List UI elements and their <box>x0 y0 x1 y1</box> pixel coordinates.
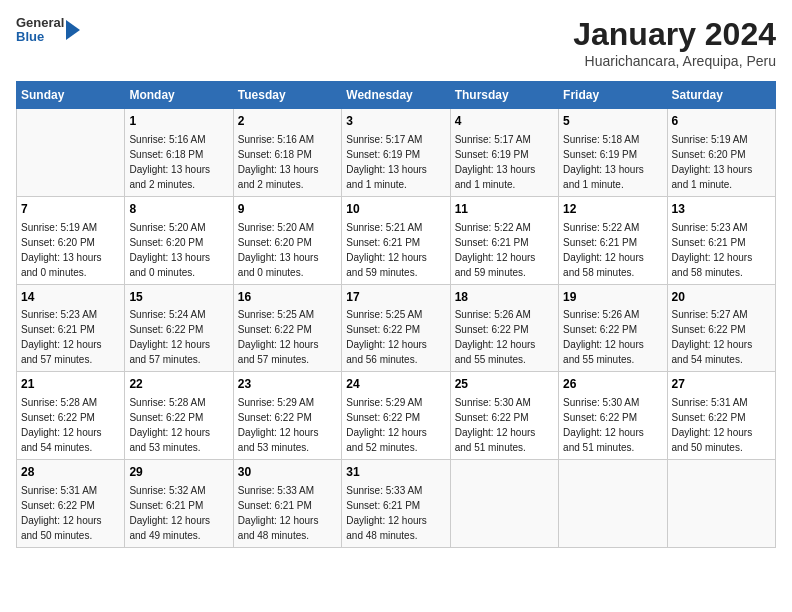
day-number: 24 <box>346 376 445 393</box>
header-monday: Monday <box>125 82 233 109</box>
day-number: 20 <box>672 289 771 306</box>
sunset-text: Sunset: 6:21 PM <box>563 237 637 248</box>
day-number: 31 <box>346 464 445 481</box>
calendar-cell <box>17 109 125 197</box>
day-number: 16 <box>238 289 337 306</box>
sunset-text: Sunset: 6:19 PM <box>346 149 420 160</box>
daylight-text: Daylight: 13 hours and 1 minute. <box>672 164 753 190</box>
day-number: 13 <box>672 201 771 218</box>
daylight-text: Daylight: 12 hours and 55 minutes. <box>563 339 644 365</box>
sunrise-text: Sunrise: 5:31 AM <box>21 485 97 496</box>
sunset-text: Sunset: 6:19 PM <box>563 149 637 160</box>
sunset-text: Sunset: 6:21 PM <box>346 500 420 511</box>
sunset-text: Sunset: 6:22 PM <box>346 324 420 335</box>
calendar-week-1: 7Sunrise: 5:19 AMSunset: 6:20 PMDaylight… <box>17 196 776 284</box>
calendar-table: Sunday Monday Tuesday Wednesday Thursday… <box>16 81 776 548</box>
sunset-text: Sunset: 6:21 PM <box>672 237 746 248</box>
sunset-text: Sunset: 6:22 PM <box>672 412 746 423</box>
calendar-cell: 11Sunrise: 5:22 AMSunset: 6:21 PMDayligh… <box>450 196 558 284</box>
daylight-text: Daylight: 12 hours and 57 minutes. <box>129 339 210 365</box>
calendar-cell: 2Sunrise: 5:16 AMSunset: 6:18 PMDaylight… <box>233 109 341 197</box>
sunset-text: Sunset: 6:21 PM <box>346 237 420 248</box>
day-number: 9 <box>238 201 337 218</box>
calendar-week-0: 1Sunrise: 5:16 AMSunset: 6:18 PMDaylight… <box>17 109 776 197</box>
calendar-cell <box>667 460 775 548</box>
sunrise-text: Sunrise: 5:17 AM <box>455 134 531 145</box>
sunrise-text: Sunrise: 5:22 AM <box>563 222 639 233</box>
sunrise-text: Sunrise: 5:21 AM <box>346 222 422 233</box>
daylight-text: Daylight: 12 hours and 58 minutes. <box>563 252 644 278</box>
logo-arrow-icon <box>66 20 80 40</box>
sunrise-text: Sunrise: 5:28 AM <box>129 397 205 408</box>
sunset-text: Sunset: 6:21 PM <box>455 237 529 248</box>
daylight-text: Daylight: 12 hours and 57 minutes. <box>238 339 319 365</box>
sunrise-text: Sunrise: 5:16 AM <box>238 134 314 145</box>
page-subtitle: Huarichancara, Arequipa, Peru <box>573 53 776 69</box>
calendar-cell: 15Sunrise: 5:24 AMSunset: 6:22 PMDayligh… <box>125 284 233 372</box>
logo-general: General <box>16 16 64 30</box>
day-number: 19 <box>563 289 662 306</box>
day-number: 17 <box>346 289 445 306</box>
day-number: 15 <box>129 289 228 306</box>
page-title: January 2024 <box>573 16 776 53</box>
daylight-text: Daylight: 13 hours and 0 minutes. <box>238 252 319 278</box>
daylight-text: Daylight: 12 hours and 49 minutes. <box>129 515 210 541</box>
logo-blue: Blue <box>16 30 64 44</box>
day-number: 12 <box>563 201 662 218</box>
sunset-text: Sunset: 6:22 PM <box>238 324 312 335</box>
daylight-text: Daylight: 12 hours and 56 minutes. <box>346 339 427 365</box>
sunrise-text: Sunrise: 5:22 AM <box>455 222 531 233</box>
sunset-text: Sunset: 6:22 PM <box>129 412 203 423</box>
sunset-text: Sunset: 6:22 PM <box>346 412 420 423</box>
sunrise-text: Sunrise: 5:23 AM <box>21 309 97 320</box>
daylight-text: Daylight: 12 hours and 59 minutes. <box>455 252 536 278</box>
day-number: 22 <box>129 376 228 393</box>
calendar-cell: 27Sunrise: 5:31 AMSunset: 6:22 PMDayligh… <box>667 372 775 460</box>
sunset-text: Sunset: 6:19 PM <box>455 149 529 160</box>
sunrise-text: Sunrise: 5:19 AM <box>672 134 748 145</box>
sunrise-text: Sunrise: 5:26 AM <box>563 309 639 320</box>
sunrise-text: Sunrise: 5:24 AM <box>129 309 205 320</box>
daylight-text: Daylight: 12 hours and 50 minutes. <box>672 427 753 453</box>
header-saturday: Saturday <box>667 82 775 109</box>
sunset-text: Sunset: 6:20 PM <box>21 237 95 248</box>
calendar-week-2: 14Sunrise: 5:23 AMSunset: 6:21 PMDayligh… <box>17 284 776 372</box>
calendar-cell: 23Sunrise: 5:29 AMSunset: 6:22 PMDayligh… <box>233 372 341 460</box>
daylight-text: Daylight: 12 hours and 55 minutes. <box>455 339 536 365</box>
day-number: 26 <box>563 376 662 393</box>
calendar-cell: 22Sunrise: 5:28 AMSunset: 6:22 PMDayligh… <box>125 372 233 460</box>
sunrise-text: Sunrise: 5:17 AM <box>346 134 422 145</box>
calendar-cell: 8Sunrise: 5:20 AMSunset: 6:20 PMDaylight… <box>125 196 233 284</box>
sunrise-text: Sunrise: 5:26 AM <box>455 309 531 320</box>
sunrise-text: Sunrise: 5:20 AM <box>129 222 205 233</box>
daylight-text: Daylight: 12 hours and 48 minutes. <box>238 515 319 541</box>
calendar-cell: 30Sunrise: 5:33 AMSunset: 6:21 PMDayligh… <box>233 460 341 548</box>
calendar-cell: 17Sunrise: 5:25 AMSunset: 6:22 PMDayligh… <box>342 284 450 372</box>
sunset-text: Sunset: 6:22 PM <box>563 412 637 423</box>
day-number: 18 <box>455 289 554 306</box>
daylight-text: Daylight: 12 hours and 53 minutes. <box>129 427 210 453</box>
daylight-text: Daylight: 12 hours and 53 minutes. <box>238 427 319 453</box>
title-block: January 2024 Huarichancara, Arequipa, Pe… <box>573 16 776 69</box>
day-number: 14 <box>21 289 120 306</box>
day-number: 28 <box>21 464 120 481</box>
sunset-text: Sunset: 6:22 PM <box>238 412 312 423</box>
logo: General Blue <box>16 16 80 45</box>
daylight-text: Daylight: 13 hours and 1 minute. <box>563 164 644 190</box>
daylight-text: Daylight: 12 hours and 50 minutes. <box>21 515 102 541</box>
calendar-cell: 3Sunrise: 5:17 AMSunset: 6:19 PMDaylight… <box>342 109 450 197</box>
calendar-cell: 4Sunrise: 5:17 AMSunset: 6:19 PMDaylight… <box>450 109 558 197</box>
day-number: 8 <box>129 201 228 218</box>
calendar-cell <box>450 460 558 548</box>
daylight-text: Daylight: 12 hours and 54 minutes. <box>21 427 102 453</box>
daylight-text: Daylight: 12 hours and 51 minutes. <box>563 427 644 453</box>
calendar-cell: 9Sunrise: 5:20 AMSunset: 6:20 PMDaylight… <box>233 196 341 284</box>
page-header: General Blue January 2024 Huarichancara,… <box>16 16 776 69</box>
sunset-text: Sunset: 6:21 PM <box>238 500 312 511</box>
daylight-text: Daylight: 12 hours and 48 minutes. <box>346 515 427 541</box>
calendar-cell: 29Sunrise: 5:32 AMSunset: 6:21 PMDayligh… <box>125 460 233 548</box>
calendar-cell: 6Sunrise: 5:19 AMSunset: 6:20 PMDaylight… <box>667 109 775 197</box>
day-number: 6 <box>672 113 771 130</box>
header-tuesday: Tuesday <box>233 82 341 109</box>
sunrise-text: Sunrise: 5:18 AM <box>563 134 639 145</box>
